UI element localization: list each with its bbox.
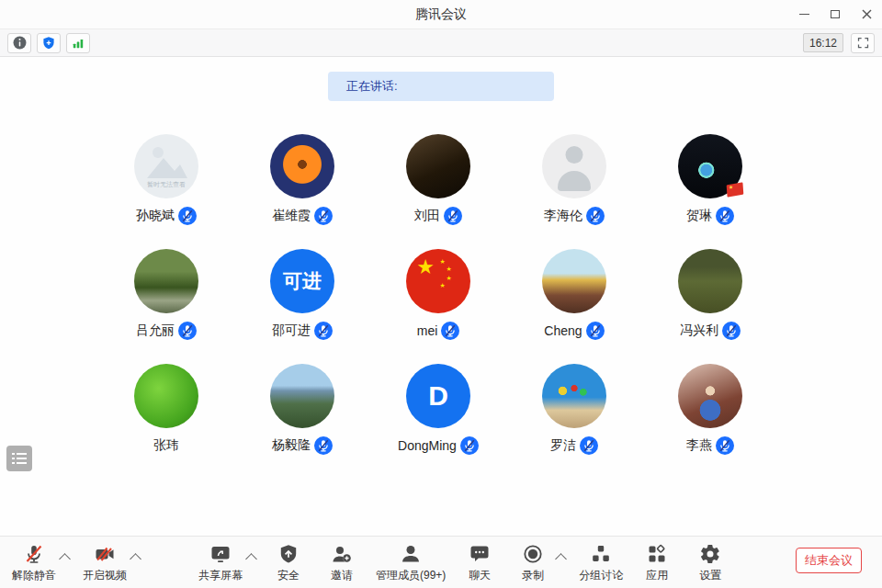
toolbar-center-group: 共享屏幕安全邀请管理成员(99+)聊天录制分组讨论应用设置 (196, 542, 741, 583)
close-button[interactable] (851, 0, 882, 28)
participant-avatar (678, 249, 742, 313)
fullscreen-icon (856, 36, 870, 50)
chevron-up-icon[interactable] (59, 553, 71, 565)
participant-nameline: 杨毅隆 (272, 436, 333, 455)
participant-tile[interactable]: 杨毅隆 (234, 364, 370, 479)
participant-tile[interactable]: 吕允丽 (98, 249, 234, 364)
mic-muted-icon (314, 322, 333, 340)
window-controls (788, 0, 882, 28)
participant-tile[interactable]: 张玮 (98, 364, 234, 479)
member-list-button[interactable] (6, 446, 32, 471)
minimize-button[interactable] (788, 0, 820, 28)
participant-name: 孙晓斌 (136, 208, 175, 224)
breakout-icon (590, 542, 612, 566)
participant-tile[interactable]: 可进邵可进 (234, 249, 370, 364)
chevron-up-icon[interactable] (555, 553, 567, 565)
participant-tile[interactable]: DDongMing (370, 364, 506, 479)
participant-nameline: 吕允丽 (136, 322, 197, 340)
apps-icon (646, 542, 668, 566)
security-status-button[interactable] (37, 33, 61, 53)
toolbar-security-button[interactable]: 安全 (266, 542, 311, 583)
participant-tile[interactable]: 暂时无法查看孙晓斌 (98, 134, 234, 249)
participant-name: 崔维霞 (272, 208, 311, 224)
toolbar-settings-button[interactable]: 设置 (688, 542, 732, 583)
speaking-banner-label: 正在讲话: (346, 78, 398, 95)
toolbar-camera-off-button[interactable]: 开启视频 (80, 542, 130, 583)
network-status-button[interactable] (66, 33, 90, 53)
participant-avatar (406, 134, 470, 198)
toolbar-apps-button[interactable]: 应用 (635, 542, 679, 583)
participant-name: 刘田 (414, 208, 440, 224)
toolbar-invite-button[interactable]: 邀请 (320, 542, 364, 583)
participant-tile[interactable]: ★★★★★mei (370, 249, 506, 364)
end-meeting-button[interactable]: 结束会议 (796, 548, 862, 573)
chevron-up-icon[interactable] (245, 553, 257, 565)
chevron-up-icon[interactable] (130, 553, 141, 565)
mic-muted-icon (716, 207, 734, 225)
participant-avatar (542, 364, 606, 428)
participant-nameline: Cheng (544, 322, 604, 340)
close-icon (862, 9, 872, 19)
participant-avatar: 可进 (270, 249, 334, 313)
mic-muted-icon (23, 542, 45, 566)
toolbar-mic-muted-button[interactable]: 解除静音 (9, 542, 59, 583)
participant-name: 张玮 (153, 437, 179, 454)
participant-tile[interactable]: 李海伦 (506, 134, 642, 249)
participant-tile[interactable]: ★贺琳 (642, 134, 778, 249)
participant-name: 李燕 (686, 437, 712, 454)
participant-tile[interactable]: 罗洁 (506, 364, 642, 479)
participant-avatar (270, 134, 334, 198)
toolbar-label: 管理成员(99+) (376, 568, 446, 583)
security-shield-icon (41, 36, 56, 51)
toolbar-members-button[interactable]: 管理成员(99+) (373, 542, 448, 583)
mic-muted-icon (586, 207, 605, 225)
avatar-note: 暂时无法查看 (134, 180, 198, 189)
participant-avatar (134, 364, 198, 428)
speaking-banner: 正在讲话: (328, 72, 554, 101)
mic-muted-icon (586, 322, 605, 340)
toolbar-item-wrap: 设置 (688, 542, 732, 583)
mic-muted-icon (178, 207, 197, 225)
toolbar-item-wrap: 安全 (266, 542, 311, 583)
toolbar-item-wrap: 聊天 (458, 542, 502, 583)
toolbar-label: 解除静音 (12, 568, 56, 583)
toolbar-record-button[interactable]: 录制 (511, 542, 555, 583)
toolbar-label: 开启视频 (83, 568, 127, 583)
maximize-button[interactable] (820, 0, 851, 28)
participant-nameline: 邵可进 (272, 322, 333, 340)
participant-tile[interactable]: 刘田 (370, 134, 506, 249)
participant-tile[interactable]: 冯兴利 (642, 249, 778, 364)
member-list-icon (12, 453, 27, 465)
participant-name: 李海伦 (544, 208, 582, 224)
participant-nameline: 冯兴利 (680, 322, 741, 340)
participant-name: 冯兴利 (680, 322, 718, 339)
participant-tile[interactable]: Cheng (506, 249, 642, 364)
toolbar-item-wrap: 开启视频 (80, 542, 141, 583)
toolbar-item-wrap: 管理成员(99+) (373, 542, 448, 583)
participant-name: Cheng (544, 323, 582, 338)
toolbar-chat-button[interactable]: 聊天 (458, 542, 502, 583)
invite-icon (331, 542, 353, 566)
participant-tile[interactable]: 崔维霞 (234, 134, 370, 249)
flag-badge: ★ (727, 182, 744, 197)
flag-star-icon: ★ (416, 255, 435, 279)
mic-muted-icon (444, 207, 462, 225)
participant-nameline: 李海伦 (544, 207, 605, 225)
participant-nameline: DongMing (398, 436, 479, 455)
meeting-window: 腾讯会议 16:12 正在讲话: 暂时无法查看孙晓斌崔维霞 (0, 0, 882, 588)
toolbar-breakout-button[interactable]: 分组讨论 (576, 542, 626, 583)
mic-muted-icon (460, 436, 479, 455)
mic-muted-icon (722, 322, 741, 340)
toolbar-left-group: 解除静音开启视频 (9, 542, 151, 583)
participant-name: mei (417, 323, 438, 338)
mic-muted-icon (178, 322, 197, 340)
participant-name: DongMing (398, 438, 457, 453)
participant-tile[interactable]: 李燕 (642, 364, 778, 479)
fullscreen-button[interactable] (851, 33, 875, 53)
toolbar-share-screen-button[interactable]: 共享屏幕 (196, 542, 245, 583)
avatar-initials: 可进 (283, 268, 322, 294)
toolbar-label: 邀请 (331, 568, 353, 583)
toolbar-label: 共享屏幕 (198, 568, 243, 583)
meeting-info-button[interactable] (7, 33, 31, 53)
network-signal-icon (71, 36, 85, 51)
